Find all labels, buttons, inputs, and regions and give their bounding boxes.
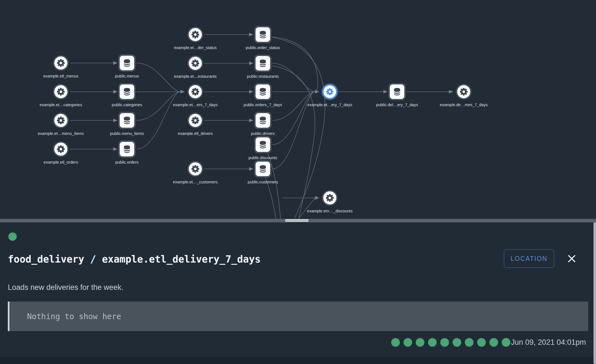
edge-arrowhead <box>249 90 253 94</box>
node-em_discounts[interactable] <box>322 190 338 206</box>
edge-arrowhead <box>113 61 117 65</box>
gear-icon <box>191 59 199 67</box>
edge <box>272 66 315 222</box>
vertical-scrollbar[interactable] <box>593 222 596 364</box>
node-label: example.etl_drivers <box>178 131 213 136</box>
database-icon <box>124 117 130 124</box>
node-etc_menu_items[interactable] <box>53 113 69 128</box>
node-delivery[interactable] <box>321 83 338 100</box>
status-dot <box>8 232 17 241</box>
edge-arrowhead <box>113 119 117 122</box>
gear-icon <box>326 88 333 95</box>
database-icon <box>260 165 266 173</box>
gear-icon <box>191 88 199 96</box>
run-status-dot[interactable] <box>465 338 474 347</box>
node-demes[interactable] <box>456 84 472 100</box>
node-label: example.etl_menus <box>43 74 78 78</box>
node-label: public.menus <box>115 74 139 78</box>
node-label: example.et…categories <box>40 103 82 107</box>
node-discounts[interactable] <box>254 136 271 153</box>
gear-icon <box>191 165 199 173</box>
node-label: public.discounts <box>248 156 277 160</box>
node-etl_drivers[interactable] <box>188 113 203 128</box>
database-icon <box>394 88 400 96</box>
drag-handle-icon[interactable] <box>285 221 309 222</box>
run-status-dot[interactable] <box>391 338 400 347</box>
node-categories[interactable] <box>118 83 136 100</box>
database-icon <box>124 145 130 153</box>
node-label: public.order_status <box>246 45 280 50</box>
run-timestamp: Jun 09, 2021 04:01pm <box>511 338 586 347</box>
gear-icon <box>57 145 65 153</box>
edge <box>272 37 325 222</box>
node-customers[interactable] <box>254 160 271 178</box>
node-der_status[interactable] <box>188 27 203 42</box>
node-label: public.orders <box>115 160 138 164</box>
node-del7[interactable] <box>388 83 406 100</box>
node-label: public.customers <box>248 180 278 184</box>
gear-icon <box>57 88 65 96</box>
database-icon <box>124 59 130 67</box>
database-icon <box>260 141 266 149</box>
location-button-label: LOCATION <box>511 255 547 263</box>
edge-arrowhead <box>249 167 253 171</box>
run-status-dot[interactable] <box>416 338 424 347</box>
run-status-dot[interactable] <box>403 338 412 347</box>
lineage-canvas[interactable]: example.etl_menuspublic.menusexample.et…… <box>0 0 596 223</box>
node-label: example.et…ers_7_days <box>173 103 218 107</box>
node-label: example.etl_orders <box>44 160 78 164</box>
edge <box>136 92 181 149</box>
run-status-dots <box>391 338 514 347</box>
node-estaurants[interactable] <box>188 55 203 71</box>
database-icon <box>260 117 266 124</box>
node-label: example.et…estaurants <box>174 74 217 79</box>
close-button[interactable] <box>566 253 578 265</box>
close-icon <box>566 253 577 264</box>
gear-icon <box>191 117 199 124</box>
run-status-dot[interactable] <box>428 338 437 347</box>
edge-arrowhead <box>383 90 388 94</box>
node-label: example.et…ery_7_days <box>307 103 352 107</box>
node-restaurants[interactable] <box>254 55 271 72</box>
edge-arrowhead <box>249 33 253 37</box>
node-order_status[interactable] <box>254 26 271 43</box>
location-button[interactable]: LOCATION <box>504 249 554 268</box>
node-label: public.categories <box>112 103 142 107</box>
empty-state-message: Nothing to show here <box>9 312 121 321</box>
node-etl_orders[interactable] <box>53 141 69 157</box>
node-drivers[interactable] <box>254 112 271 129</box>
database-icon <box>260 60 266 67</box>
node-label: example.em…_discounts <box>307 209 353 213</box>
panel-resize-divider[interactable] <box>0 219 596 222</box>
node-label: example.de…mes_7_days <box>440 103 488 107</box>
run-status-dot[interactable] <box>453 338 461 347</box>
node-menus[interactable] <box>118 54 136 72</box>
gear-icon <box>57 59 65 67</box>
node-menu_items[interactable] <box>118 112 136 129</box>
node-orders[interactable] <box>118 140 136 158</box>
footer-bar <box>0 357 596 364</box>
gear-icon <box>460 88 468 96</box>
database-icon <box>124 88 130 96</box>
run-status-dot[interactable] <box>440 338 449 347</box>
edge-arrowhead <box>249 62 253 65</box>
empty-state-box: Nothing to show here <box>8 302 588 331</box>
node-etc_customers[interactable] <box>188 161 203 177</box>
node-label: public.orders_7_days <box>244 103 282 107</box>
node-orders7[interactable] <box>254 83 271 100</box>
run-status-dot[interactable] <box>489 338 498 347</box>
run-status-dot[interactable] <box>502 338 510 347</box>
edge-arrowhead <box>315 90 319 94</box>
node-label: example.et…_customers <box>173 180 218 184</box>
run-status-dot[interactable] <box>477 338 486 347</box>
node-ers7[interactable] <box>188 84 203 100</box>
node-label: public.drivers <box>251 131 275 136</box>
drag-handle-icon[interactable] <box>285 219 309 220</box>
database-icon <box>260 31 266 38</box>
edge-arrowhead <box>449 90 453 94</box>
node-etl_menus[interactable] <box>53 55 69 71</box>
database-icon <box>260 88 266 96</box>
edge-arrowhead <box>181 90 185 94</box>
edge-arrowhead <box>249 119 253 122</box>
node-etc_categories[interactable] <box>53 84 69 100</box>
